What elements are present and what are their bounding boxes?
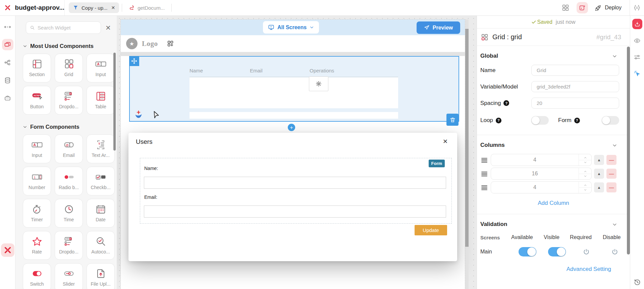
help-icon[interactable]: ? <box>503 100 509 106</box>
widget-card-number[interactable]: 1Number <box>23 167 51 195</box>
widget-card-table[interactable]: Table <box>87 86 115 115</box>
move-column-up-button[interactable]: ▲ <box>594 169 604 179</box>
right-rail-sliders-icon[interactable] <box>632 52 642 62</box>
widget-card-rate[interactable]: Rate <box>23 231 51 260</box>
visible-toggle[interactable] <box>548 247 566 256</box>
column-width-input[interactable] <box>491 168 591 179</box>
rail-item-database-icon[interactable] <box>2 74 13 86</box>
tab-getdocum[interactable]: getDocum... <box>125 2 169 13</box>
remove-column-button[interactable]: — <box>606 155 616 165</box>
widget-card-dropdown[interactable]: Dropdo... <box>55 86 83 115</box>
widget-card-textarea[interactable]: TText Ar... <box>87 134 115 163</box>
widget-card-dropdown[interactable]: Dropdo... <box>55 231 83 260</box>
search-input[interactable] <box>38 25 97 31</box>
inspector-scrollbar[interactable] <box>627 47 630 254</box>
widget-card-grid[interactable]: Grid <box>55 54 83 82</box>
right-rail-eye-icon[interactable] <box>632 36 642 46</box>
apps-grid-icon[interactable] <box>562 4 569 11</box>
rail-item-toolbox-icon[interactable] <box>2 92 13 104</box>
email-field[interactable] <box>144 206 446 218</box>
stepper[interactable] <box>579 168 591 179</box>
screens-selector[interactable]: All Screens <box>263 21 319 34</box>
canvas-scrollbar-thumb[interactable] <box>465 29 469 247</box>
widget-card-switch[interactable]: Switch <box>23 263 51 289</box>
spacing-input[interactable] <box>531 98 619 109</box>
widget-card-autocomplete[interactable]: Autoco... <box>87 231 115 260</box>
widget-card-button[interactable]: ACTIONButton <box>23 86 51 115</box>
required-power-icon[interactable] <box>583 248 590 255</box>
spin-down-icon[interactable] <box>583 188 587 191</box>
canvas-scrollbar[interactable] <box>465 19 469 289</box>
deploy-button[interactable]: Deploy <box>595 4 622 11</box>
update-button[interactable]: Update <box>415 225 447 235</box>
advanced-setting-link[interactable]: Advanced Setting <box>480 256 627 273</box>
move-handle[interactable] <box>129 56 139 66</box>
rail-item-expand-horizontal-icon[interactable] <box>2 21 13 33</box>
rail-bottom-brand[interactable] <box>1 243 14 257</box>
widget-card-email[interactable]: @Email <box>55 134 83 163</box>
drag-handle-icon[interactable] <box>480 170 488 178</box>
preview-button[interactable]: Preview <box>417 21 460 34</box>
form-toggle[interactable] <box>602 116 619 125</box>
validation-section-header[interactable]: Validation <box>480 219 627 233</box>
stepper[interactable] <box>579 182 591 193</box>
variable-input[interactable] <box>531 81 619 92</box>
right-rail-magic-cursor-icon[interactable] <box>632 68 642 78</box>
tab-copy-up[interactable]: Copy - up... ✕ <box>69 2 119 13</box>
move-column-up-button[interactable]: ▲ <box>594 182 604 192</box>
available-toggle[interactable] <box>519 247 536 256</box>
widget-section-header[interactable]: Form Components <box>23 124 117 130</box>
remove-column-button[interactable]: — <box>606 182 616 192</box>
grid-plus-icon[interactable] <box>167 40 174 47</box>
modal-close-icon[interactable]: ✕ <box>443 138 448 145</box>
help-icon[interactable]: ? <box>496 118 501 123</box>
columns-section-header[interactable]: Columns <box>480 140 627 154</box>
name-field[interactable] <box>144 177 446 189</box>
widget-card-time[interactable]: Time <box>55 199 83 228</box>
row-settings-button[interactable] <box>309 76 328 91</box>
drag-handle-icon[interactable] <box>480 156 488 164</box>
history-icon[interactable] <box>633 278 641 286</box>
widget-card-slider[interactable]: Slider <box>55 263 83 289</box>
ai-sparkle-icon[interactable] <box>133 109 144 119</box>
grid-widget-selected[interactable]: Name Email Operations <box>129 56 459 122</box>
close-tab-icon[interactable]: ✕ <box>111 5 115 10</box>
ai-panel-button[interactable] <box>577 2 588 13</box>
drag-handle-icon[interactable] <box>480 183 488 191</box>
panel-scrollbar[interactable] <box>113 53 116 151</box>
global-section-header[interactable]: Global <box>480 51 627 65</box>
rail-item-workflow-icon[interactable] <box>2 57 13 68</box>
stepper[interactable] <box>579 154 591 166</box>
spin-up-icon[interactable] <box>583 170 587 173</box>
widget-card-input[interactable]: AInput <box>23 134 51 163</box>
add-column-link[interactable]: Add Column <box>480 195 627 213</box>
disable-power-icon[interactable] <box>611 248 618 255</box>
widget-card-date[interactable]: Date <box>87 199 115 228</box>
widget-card-fileupload[interactable]: File Upl... <box>87 263 115 289</box>
rail-item-layers-icon[interactable] <box>2 39 13 50</box>
widget-section-header[interactable]: Most Used Components <box>23 43 117 49</box>
widget-card-checkbox[interactable]: Checkb... <box>87 167 115 195</box>
spin-up-icon[interactable] <box>583 156 587 159</box>
add-widget-button[interactable]: + <box>287 123 296 132</box>
move-column-up-button[interactable]: ▲ <box>594 155 604 165</box>
widget-name-input[interactable] <box>531 65 619 76</box>
widget-card-section[interactable]: Section <box>23 54 51 82</box>
variables-button[interactable] <box>630 4 644 11</box>
column-width-input[interactable] <box>491 154 591 166</box>
spin-down-icon[interactable] <box>583 161 587 164</box>
right-rail-import-icon[interactable] <box>632 19 642 29</box>
canvas-toolbar: All Screens Preview <box>121 19 465 35</box>
help-icon[interactable]: ? <box>574 118 580 123</box>
delete-widget-button[interactable] <box>446 114 459 126</box>
spin-down-icon[interactable] <box>583 175 587 178</box>
spin-up-icon[interactable] <box>583 184 587 187</box>
widget-card-timer[interactable]: Timer <box>23 199 51 228</box>
loop-toggle[interactable] <box>531 116 549 125</box>
modal-form[interactable]: Form Name: Email: <box>140 158 452 224</box>
column-width-input[interactable] <box>491 182 591 193</box>
widget-card-radio[interactable]: Radio b... <box>55 167 83 195</box>
widget-card-input[interactable]: AInput <box>87 54 115 82</box>
close-icon[interactable]: ✕ <box>105 24 111 32</box>
remove-column-button[interactable]: — <box>606 169 616 179</box>
